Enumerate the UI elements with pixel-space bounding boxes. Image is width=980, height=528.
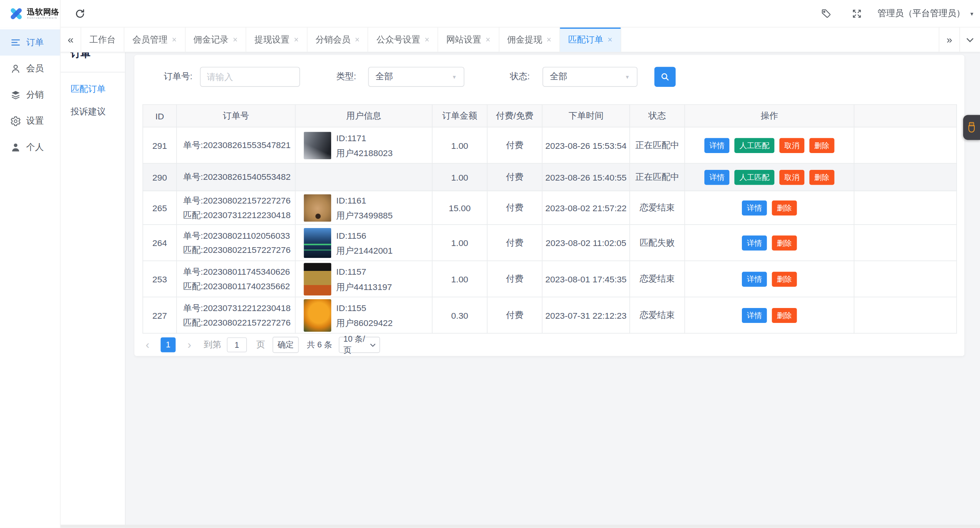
tab-workbench[interactable]: 工作台 (81, 28, 124, 52)
detail-button[interactable]: 详情 (704, 169, 729, 184)
total-count-label: 共 6 条 (307, 339, 332, 350)
sidebar-item-orders[interactable]: 订单 (0, 29, 60, 56)
primary-sidebar: 订单 会员 分销 设置 个人 (0, 28, 60, 528)
fullscreen-icon[interactable] (851, 8, 862, 19)
detail-button[interactable]: 详情 (742, 271, 767, 286)
status-label: 状态: (510, 71, 530, 82)
delete-button[interactable]: 删除 (772, 308, 797, 323)
submenu-item-complaints[interactable]: 投诉建议 (60, 100, 125, 122)
avatar (304, 228, 331, 257)
status-select[interactable]: 全部 ▼ (542, 67, 637, 87)
delete-button[interactable]: 删除 (772, 271, 797, 286)
tabbar: « 工作台 会员管理 × 佣金记录 × 提现设置 × 分销会员 × 公众号设置 … (60, 28, 980, 52)
avatar (304, 194, 331, 222)
topbar: 迅软网络 XunruanNetwork 管理员（平台管理员） (0, 0, 980, 28)
status-badge: 恋爱结束 (630, 261, 685, 297)
detail-button[interactable]: 详情 (742, 308, 767, 323)
status-badge: 正在匹配中 (630, 127, 685, 163)
type-label: 类型: (336, 71, 356, 82)
delete-button[interactable]: 删除 (809, 169, 834, 184)
refresh-icon[interactable] (74, 8, 85, 19)
tab-official-account-settings[interactable]: 公众号设置 × (368, 28, 438, 52)
delete-button[interactable]: 删除 (772, 200, 797, 215)
caret-down-icon: ▼ (969, 11, 974, 17)
brand-name: 迅软网络 (27, 8, 59, 15)
tabs-overflow-button[interactable]: » (939, 28, 959, 52)
cell-order-no: 单号:202308261553547821 (176, 127, 295, 163)
close-icon[interactable]: × (233, 35, 237, 44)
order-no-input[interactable] (200, 67, 300, 87)
sidebar-item-members[interactable]: 会员 (0, 55, 60, 82)
delete-button[interactable]: 删除 (772, 235, 797, 250)
main-content: 订单号: 类型: 全部 ▼ 状态: 全部 ▼ (126, 52, 980, 528)
close-icon[interactable]: × (355, 35, 359, 44)
type-select[interactable]: 全部 ▼ (368, 67, 464, 87)
cell-pay-type: 付费 (487, 191, 542, 225)
caret-down-icon: ▼ (452, 74, 457, 80)
orders-icon (10, 37, 21, 48)
close-icon[interactable]: × (425, 35, 429, 44)
close-icon[interactable]: × (547, 35, 551, 44)
goto-page-input[interactable] (227, 337, 247, 352)
tab-match-orders[interactable]: 匹配订单 × (560, 28, 621, 52)
brand-subtitle: XunruanNetwork (27, 17, 59, 20)
close-icon[interactable]: × (172, 35, 176, 44)
status-badge: 恋爱结束 (630, 191, 685, 225)
cancel-button[interactable]: 取消 (779, 138, 804, 153)
cell-user-info: ID:1171 用户42188023 (295, 127, 432, 163)
detail-button[interactable]: 详情 (742, 200, 767, 215)
admin-menu[interactable]: 管理员（平台管理员） ▼ (877, 8, 974, 19)
manual-match-button[interactable]: 人工匹配 (734, 169, 774, 184)
avatar (304, 263, 331, 295)
tab-distribution-members[interactable]: 分销会员 × (307, 28, 368, 52)
tab-commission-withdrawal[interactable]: 佣金提现 × (499, 28, 560, 52)
column-header: 状态 (630, 104, 685, 127)
goto-suffix-label: 页 (256, 339, 265, 350)
tab-withdrawal-settings[interactable]: 提现设置 × (247, 28, 307, 52)
brand-logo[interactable]: 迅软网络 XunruanNetwork (0, 0, 60, 28)
cell-user-info: ID:1157 用户44113197 (295, 261, 432, 297)
search-button[interactable] (654, 67, 676, 87)
tabs-dropdown-button[interactable] (959, 28, 980, 52)
avatar (304, 299, 331, 331)
chevron-down-icon (966, 37, 974, 42)
cell-user-info (295, 163, 432, 191)
delete-button[interactable]: 删除 (809, 138, 834, 153)
tabs-collapse-button[interactable]: « (60, 28, 81, 52)
prev-page-button[interactable]: ‹ (142, 337, 152, 352)
cell-id: 290 (143, 163, 176, 191)
admin-label: 管理员（平台管理员） (877, 8, 965, 19)
cell-order-time: 2023-08-26 15:40:55 (542, 163, 630, 191)
close-icon[interactable]: × (294, 35, 299, 44)
page-size-select[interactable]: 10 条/页 (339, 337, 381, 353)
sidebar-item-profile[interactable]: 个人 (0, 134, 60, 161)
tab-website-settings[interactable]: 网站设置 × (438, 28, 499, 52)
sidebar-item-distribution[interactable]: 分销 (0, 82, 60, 108)
cell-pay-type: 付费 (487, 163, 542, 191)
tab-commission-records[interactable]: 佣金记录 × (185, 28, 246, 52)
submenu-item-match-orders[interactable]: 匹配订单 (60, 77, 125, 100)
horizontal-scrollbar[interactable] (60, 525, 980, 528)
orders-card: 订单号: 类型: 全部 ▼ 状态: 全部 ▼ (134, 55, 964, 356)
cell-amount: 1.00 (432, 225, 487, 261)
next-page-button[interactable]: › (185, 337, 194, 352)
close-icon[interactable]: × (486, 35, 490, 44)
cell-pay-type: 付费 (487, 225, 542, 261)
tag-icon[interactable] (821, 8, 832, 19)
column-header: 用户信息 (295, 104, 432, 127)
cell-order-no: 单号:202308022157227276 匹配:202307312212230… (176, 191, 295, 225)
confirm-page-button[interactable]: 确定 (273, 337, 299, 353)
close-icon[interactable]: × (608, 35, 612, 44)
cancel-button[interactable]: 取消 (779, 169, 804, 184)
detail-button[interactable]: 详情 (704, 138, 729, 153)
detail-button[interactable]: 详情 (742, 235, 767, 250)
sidebar-item-settings[interactable]: 设置 (0, 108, 60, 134)
profile-icon (10, 142, 21, 153)
manual-match-button[interactable]: 人工匹配 (734, 138, 774, 153)
cell-actions: 详情 删除 (685, 191, 854, 225)
tab-member-management[interactable]: 会员管理 × (124, 28, 185, 52)
cell-user-info: ID:1155 用户86029422 (295, 297, 432, 333)
page-1-button[interactable]: 1 (161, 337, 176, 352)
cell-actions: 详情 人工匹配 取消 删除 (685, 127, 854, 163)
floating-plugin-button[interactable] (963, 115, 980, 140)
